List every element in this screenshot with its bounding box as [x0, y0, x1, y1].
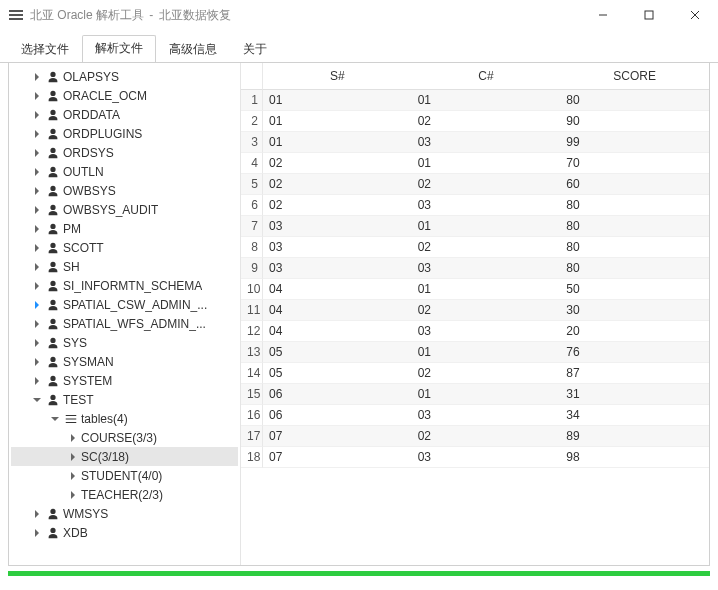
cell[interactable]: 50 [560, 279, 709, 300]
cell[interactable]: 07 [263, 447, 412, 468]
cell[interactable]: 98 [560, 447, 709, 468]
chevron-right-icon[interactable] [29, 528, 45, 538]
cell[interactable]: 02 [263, 195, 412, 216]
chevron-right-icon[interactable] [29, 186, 45, 196]
cell[interactable]: 90 [560, 111, 709, 132]
cell[interactable]: 06 [263, 384, 412, 405]
chevron-right-icon[interactable] [65, 452, 81, 462]
tree-item[interactable]: OUTLN [11, 162, 238, 181]
cell[interactable]: 01 [412, 90, 561, 111]
tree-item[interactable]: OWBSYS_AUDIT [11, 200, 238, 219]
tree-item[interactable]: ORDDATA [11, 105, 238, 124]
tab-3[interactable]: 关于 [230, 36, 280, 63]
chevron-right-icon[interactable] [29, 357, 45, 367]
cell[interactable]: 03 [412, 447, 561, 468]
cell[interactable]: 03 [412, 258, 561, 279]
cell[interactable]: 80 [560, 258, 709, 279]
cell[interactable]: 02 [412, 363, 561, 384]
tree-item[interactable]: TEST [11, 390, 238, 409]
cell[interactable]: 80 [560, 216, 709, 237]
cell[interactable]: 76 [560, 342, 709, 363]
tree-item[interactable]: PM [11, 219, 238, 238]
tree-item[interactable]: SYSTEM [11, 371, 238, 390]
cell[interactable]: 06 [263, 405, 412, 426]
chevron-right-icon[interactable] [29, 148, 45, 158]
cell[interactable]: 60 [560, 174, 709, 195]
cell[interactable]: 01 [412, 384, 561, 405]
cell[interactable]: 30 [560, 300, 709, 321]
tree-item[interactable]: SCOTT [11, 238, 238, 257]
cell[interactable]: 01 [412, 342, 561, 363]
cell[interactable]: 02 [412, 111, 561, 132]
tree-item[interactable]: COURSE(3/3) [11, 428, 238, 447]
cell[interactable]: 02 [412, 300, 561, 321]
cell[interactable]: 01 [263, 132, 412, 153]
tree-item[interactable]: SPATIAL_WFS_ADMIN_... [11, 314, 238, 333]
cell[interactable]: 70 [560, 153, 709, 174]
cell[interactable]: 01 [412, 279, 561, 300]
tab-2[interactable]: 高级信息 [156, 36, 230, 63]
chevron-right-icon[interactable] [29, 110, 45, 120]
cell[interactable]: 02 [412, 174, 561, 195]
chevron-down-icon[interactable] [47, 414, 63, 424]
cell[interactable]: 01 [263, 111, 412, 132]
cell[interactable]: 04 [263, 300, 412, 321]
chevron-right-icon[interactable] [29, 262, 45, 272]
minimize-button[interactable] [580, 0, 626, 30]
tree-item[interactable]: SH [11, 257, 238, 276]
tree-item[interactable]: OWBSYS [11, 181, 238, 200]
chevron-right-icon[interactable] [29, 167, 45, 177]
tree-item[interactable]: ORDPLUGINS [11, 124, 238, 143]
cell[interactable]: 89 [560, 426, 709, 447]
cell[interactable]: 31 [560, 384, 709, 405]
tree-item[interactable]: ORDSYS [11, 143, 238, 162]
chevron-right-icon[interactable] [65, 471, 81, 481]
chevron-right-icon[interactable] [29, 205, 45, 215]
cell[interactable]: 02 [412, 237, 561, 258]
tree-item[interactable]: tables(4) [11, 409, 238, 428]
cell[interactable]: 03 [412, 321, 561, 342]
chevron-right-icon[interactable] [29, 243, 45, 253]
chevron-right-icon[interactable] [29, 129, 45, 139]
chevron-right-icon[interactable] [29, 509, 45, 519]
chevron-right-icon[interactable] [29, 281, 45, 291]
tree-item[interactable]: SPATIAL_CSW_ADMIN_... [11, 295, 238, 314]
tree-item[interactable]: SI_INFORMTN_SCHEMA [11, 276, 238, 295]
cell[interactable]: 87 [560, 363, 709, 384]
cell[interactable]: 03 [263, 237, 412, 258]
chevron-right-icon[interactable] [29, 224, 45, 234]
tree-item[interactable]: SYSMAN [11, 352, 238, 371]
chevron-right-icon[interactable] [65, 433, 81, 443]
cell[interactable]: 80 [560, 237, 709, 258]
cell[interactable]: 20 [560, 321, 709, 342]
cell[interactable]: 03 [412, 132, 561, 153]
tree-item[interactable]: TEACHER(2/3) [11, 485, 238, 504]
tree-item[interactable]: STUDENT(4/0) [11, 466, 238, 485]
cell[interactable]: 03 [412, 405, 561, 426]
chevron-right-icon[interactable] [29, 338, 45, 348]
chevron-down-icon[interactable] [29, 395, 45, 405]
cell[interactable]: 04 [263, 321, 412, 342]
chevron-right-icon[interactable] [29, 376, 45, 386]
cell[interactable]: 05 [263, 342, 412, 363]
cell[interactable]: 80 [560, 195, 709, 216]
cell[interactable]: 04 [263, 279, 412, 300]
close-button[interactable] [672, 0, 718, 30]
tree-item[interactable]: WMSYS [11, 504, 238, 523]
cell[interactable]: 02 [412, 426, 561, 447]
tree-item[interactable]: SYS [11, 333, 238, 352]
tab-1[interactable]: 解析文件 [82, 35, 156, 63]
chevron-right-icon[interactable] [65, 490, 81, 500]
cell[interactable]: 05 [263, 363, 412, 384]
maximize-button[interactable] [626, 0, 672, 30]
cell[interactable]: 80 [560, 90, 709, 111]
cell[interactable]: 03 [263, 258, 412, 279]
tree-item[interactable]: SC(3/18) [11, 447, 238, 466]
cell[interactable]: 02 [263, 153, 412, 174]
chevron-right-icon[interactable] [29, 319, 45, 329]
tree-item[interactable]: OLAPSYS [11, 67, 238, 86]
cell[interactable]: 01 [263, 90, 412, 111]
cell[interactable]: 02 [263, 174, 412, 195]
column-header[interactable]: S# [263, 63, 412, 90]
cell[interactable]: 01 [412, 153, 561, 174]
